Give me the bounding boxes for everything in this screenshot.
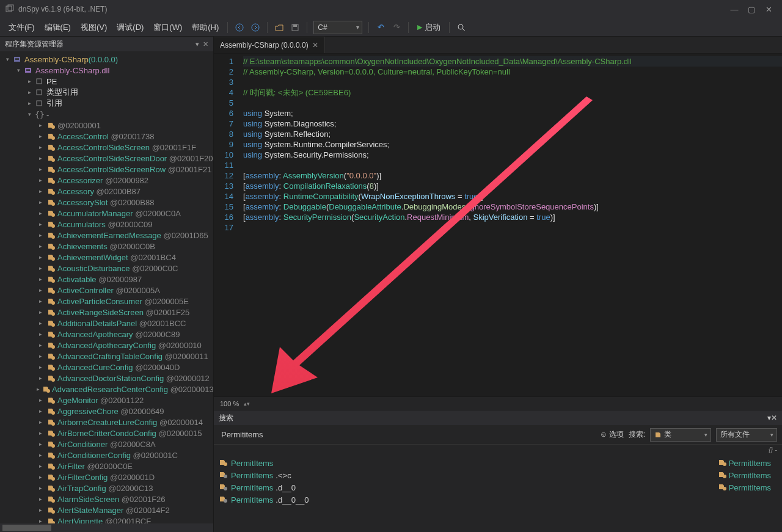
tree-class-node[interactable]: ▸AirTrapConfig @02000C13 xyxy=(0,483,213,494)
svg-point-29 xyxy=(51,257,55,261)
language-combo-value: C# xyxy=(318,23,327,32)
search-scope-combo[interactable]: 所有文件 xyxy=(716,428,777,442)
tree-class-node[interactable]: ▸AccessControlSideScreenDoor @02001F20 xyxy=(0,153,213,164)
tree-class-node[interactable]: ▸AchievementWidget @02001BC4 xyxy=(0,252,213,263)
redo-icon[interactable]: ↷ xyxy=(390,21,403,34)
search-result-location[interactable]: PermitItems xyxy=(703,457,776,469)
tree-class-node[interactable]: ▸AcousticDisturbance @02000C0C xyxy=(0,263,213,274)
tree-class-node[interactable]: ▸AgeMonitor @02001122 xyxy=(0,395,213,406)
code-editor[interactable]: 1234567891011121314151617 // E:\steam\st… xyxy=(214,54,782,396)
horizontal-scrollbar[interactable] xyxy=(0,523,213,532)
tree-class-node[interactable]: ▸AdvancedDoctorStationConfig @02000012 xyxy=(0,373,213,384)
tree-class-node[interactable]: ▸AirBorneCritterCondoConfig @02000015 xyxy=(0,428,213,439)
tree-class-node[interactable]: ▸AccessorySlot @02000B88 xyxy=(0,197,213,208)
undo-icon[interactable]: ↶ xyxy=(375,21,387,34)
tree-class-node[interactable]: ▸AccessControl @02001738 xyxy=(0,131,213,142)
tree-class-node[interactable]: ▸AirFilter @02000C0E xyxy=(0,461,213,472)
save-icon[interactable] xyxy=(289,21,301,34)
close-button[interactable]: ✕ xyxy=(760,5,777,14)
svg-rect-9 xyxy=(15,58,19,59)
run-button[interactable]: ▶启动 xyxy=(412,21,445,34)
language-combo[interactable]: C# xyxy=(313,21,362,34)
tree-class-node[interactable]: ▸AggressiveChore @02000649 xyxy=(0,406,213,417)
tab-close-icon[interactable]: ✕ xyxy=(312,41,318,49)
tree-class-node[interactable]: ▸AchievementEarnedMessage @02001D65 xyxy=(0,230,213,241)
search-toolbar-icon[interactable] xyxy=(455,21,467,34)
tree-class-node[interactable]: ▸AdvancedCureConfig @0200040D xyxy=(0,362,213,373)
tree-class-node[interactable]: ▸Accessorizer @02000982 xyxy=(0,175,213,186)
search-close-icon[interactable]: ✕ xyxy=(771,414,777,422)
nav-forward-icon[interactable] xyxy=(249,21,261,34)
tree-class-node[interactable]: ▸AlarmSideScreen @02001F26 xyxy=(0,494,213,505)
tree-class-node[interactable]: ▸AirborneCreatureLureConfig @02000014 xyxy=(0,417,213,428)
search-result-item[interactable]: PermitItems xyxy=(214,457,703,469)
search-result-location[interactable]: PermitItems xyxy=(703,469,776,481)
svg-rect-16 xyxy=(37,101,42,106)
panel-close-icon[interactable]: ✕ xyxy=(203,40,208,48)
zoom-spinner-icon[interactable]: ▴▾ xyxy=(244,401,250,407)
maximize-button[interactable]: ▢ xyxy=(743,5,760,14)
code-area[interactable]: // E:\steam\steamapps\common\OxygenNotIn… xyxy=(238,54,782,396)
tree-class-node[interactable]: ▸ActiveParticleConsumer @0200005E xyxy=(0,296,213,307)
search-panel: 搜索 ▾ ✕ ⊙ 选项 搜索: 类 所有文件 {} - PermitItemsP… xyxy=(214,410,782,532)
search-input[interactable] xyxy=(219,428,596,442)
tree-class-node[interactable]: ▸AirConditionerConfig @0200001C xyxy=(0,450,213,461)
tree-class-node[interactable]: ▸ActiveRangeSideScreen @02001F25 xyxy=(0,307,213,318)
tree-namespace-node[interactable]: ▾{}- xyxy=(0,109,213,120)
tree-class-node[interactable]: ▸AirFilterConfig @0200001D xyxy=(0,472,213,483)
tab-assembly-csharp[interactable]: Assembly-CSharp (0.0.0.0) ✕ xyxy=(214,37,325,53)
panel-options-icon[interactable]: ▾ xyxy=(196,40,199,48)
tree-class-node[interactable]: ▸AlertStateManager @020014F2 xyxy=(0,505,213,516)
tree-class-node[interactable]: ▸AccessControlSideScreenRow @02001F21 xyxy=(0,164,213,175)
tree-meta-node[interactable]: ▸类型引用 xyxy=(0,87,213,98)
svg-point-62 xyxy=(723,475,726,478)
menu-window[interactable]: 窗口(W) xyxy=(148,20,187,35)
tree-dll-node[interactable]: ▾Assembly-CSharp.dll xyxy=(0,65,213,76)
tree-class-node[interactable]: ▸AdvancedResearchCenterConfig @02000013 xyxy=(0,384,213,395)
svg-point-18 xyxy=(51,136,55,140)
tree-assembly-root[interactable]: ▾Assembly-CSharp (0.0.0.0) xyxy=(0,54,213,65)
tree-class-node[interactable]: ▸AccumulatorManager @02000C0A xyxy=(0,208,213,219)
tree-class-node[interactable]: ▸Accessory @02000B87 xyxy=(0,186,213,197)
svg-point-58 xyxy=(224,475,227,478)
search-type-combo[interactable]: 类 xyxy=(650,428,711,442)
tree-meta-node[interactable]: ▸PE xyxy=(0,76,213,87)
menu-file[interactable]: 文件(F) xyxy=(4,20,40,35)
svg-point-33 xyxy=(51,301,55,305)
tree-meta-node[interactable]: ▸引用 xyxy=(0,98,213,109)
menu-debug[interactable]: 调试(D) xyxy=(112,20,148,35)
tree-class-node[interactable]: ▸Achievements @02000C0B xyxy=(0,241,213,252)
nav-back-icon[interactable] xyxy=(233,21,246,34)
svg-rect-12 xyxy=(26,69,30,70)
svg-point-6 xyxy=(458,24,463,29)
tree-class-node[interactable]: ▸ @02000001 xyxy=(0,120,213,131)
svg-point-36 xyxy=(51,334,55,338)
minimize-button[interactable]: — xyxy=(726,5,743,14)
tree-class-node[interactable]: ▸Accumulators @02000C09 xyxy=(0,219,213,230)
svg-point-35 xyxy=(51,323,55,327)
tree-class-node[interactable]: ▸AccessControlSideScreen @02001F1F xyxy=(0,142,213,153)
search-result-item[interactable]: PermitItems.<>c xyxy=(214,469,703,481)
tree-class-node[interactable]: ▸ActiveController @0200005A xyxy=(0,285,213,296)
assembly-explorer: 程序集资源管理器 ▾ ✕ ▾Assembly-CSharp (0.0.0.0)▾… xyxy=(0,37,214,532)
open-icon[interactable] xyxy=(273,21,285,34)
editor-tabs: Assembly-CSharp (0.0.0.0) ✕ xyxy=(214,37,782,54)
tree[interactable]: ▾Assembly-CSharp (0.0.0.0)▾Assembly-CSha… xyxy=(0,51,213,523)
search-result-location[interactable]: PermitItems xyxy=(703,481,776,494)
tree-class-node[interactable]: ▸AlertVignette @02001BCF xyxy=(0,516,213,523)
tree-class-node[interactable]: ▸Activatable @02000987 xyxy=(0,274,213,285)
menu-help[interactable]: 帮助(H) xyxy=(187,20,224,35)
svg-point-2 xyxy=(236,24,243,31)
search-result-item[interactable]: PermitItems.d__0 xyxy=(214,481,703,494)
tree-class-node[interactable]: ▸AirConditioner @02000C8A xyxy=(0,439,213,450)
menu-view[interactable]: 视图(V) xyxy=(76,20,112,35)
menu-edit[interactable]: 编辑(E) xyxy=(40,20,76,35)
options-toggle[interactable]: ⊙ 选项 xyxy=(601,429,623,440)
tree-class-node[interactable]: ▸AdditionalDetailsPanel @02001BCC xyxy=(0,318,213,329)
tree-class-node[interactable]: ▸AdvancedApothecaryConfig @02000010 xyxy=(0,340,213,351)
search-result-item[interactable]: PermitItems.d__0__0 xyxy=(214,494,703,506)
tree-class-node[interactable]: ▸AdvancedApothecary @02000C89 xyxy=(0,329,213,340)
search-result-namespace: {} - xyxy=(769,446,777,453)
zoom-level: 100 % xyxy=(220,400,239,407)
tree-class-node[interactable]: ▸AdvancedCraftingTableConfig @02000011 xyxy=(0,351,213,362)
